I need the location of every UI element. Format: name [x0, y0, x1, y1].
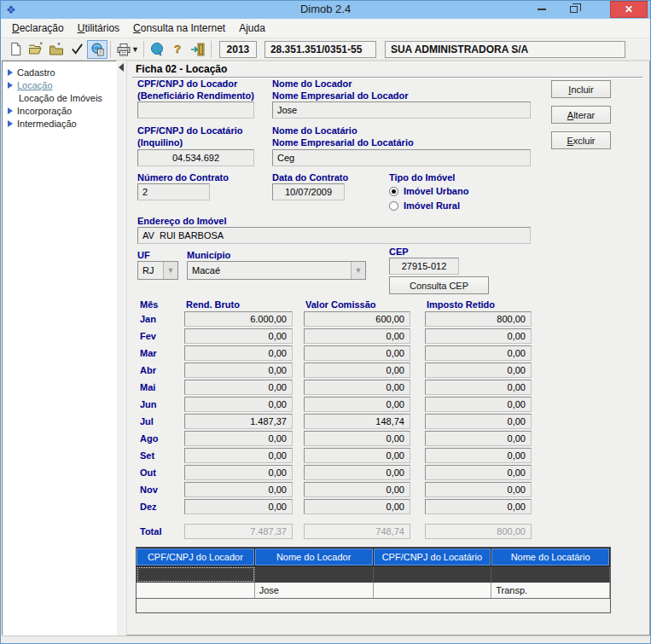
imposto-retido-input[interactable]: 0,00 [425, 448, 532, 463]
sidebar-item-incorporação[interactable]: Incorporação [3, 104, 116, 117]
help-question-icon[interactable]: ? [167, 40, 188, 59]
close-folder-icon[interactable] [46, 40, 67, 59]
locatario-cpf-input[interactable]: 04.534.692 [137, 149, 254, 166]
valor-comissao-input[interactable]: 0,00 [304, 465, 410, 480]
chevron-down-icon[interactable]: ▼ [163, 262, 177, 279]
exit-door-icon[interactable] [188, 40, 208, 59]
company-field[interactable]: SUA ADMINISTRADORA S/A [385, 41, 625, 58]
cnpj-field[interactable]: 28.351.351/0351-55 [264, 41, 376, 58]
arrow-right-icon [8, 120, 13, 127]
locatario-nome-input[interactable]: Ceg [272, 149, 531, 166]
imposto-retido-input[interactable]: 0,00 [425, 380, 532, 395]
grid-cell[interactable] [491, 566, 610, 583]
chevron-down-icon[interactable]: ▼ [351, 262, 365, 279]
valor-comissao-input[interactable]: 0,00 [304, 380, 410, 395]
rend-bruto-input[interactable]: 0,00 [184, 397, 293, 412]
consulta-cep-button[interactable]: Consulta CEP [389, 276, 489, 294]
grid-cell[interactable]: Jose [255, 583, 374, 598]
new-document-icon[interactable] [5, 40, 26, 59]
grid-cell[interactable] [374, 583, 492, 598]
rend-bruto-input[interactable]: 0,00 [184, 482, 293, 497]
imposto-retido-input[interactable]: 0,00 [425, 431, 532, 446]
sidebar-item-intermediação[interactable]: Intermediação [3, 117, 116, 130]
open-folder-icon[interactable] [26, 40, 46, 59]
valor-comissao-input[interactable]: 0,00 [304, 482, 410, 497]
grid-cell[interactable] [374, 566, 492, 583]
data-contrato-input[interactable]: 10/07/2009 [272, 183, 345, 200]
imposto-retido-input[interactable]: 0,00 [425, 465, 532, 480]
municipio-select[interactable]: Macaé ▼ [187, 261, 366, 280]
excluir-button[interactable]: Excluir [551, 131, 611, 149]
grid-header-cell[interactable]: CPF/CNPJ do Locador [137, 548, 254, 566]
rend-bruto-input[interactable]: 0,00 [184, 465, 293, 480]
imposto-retido-input[interactable]: 800,00 [425, 311, 532, 327]
imposto-retido-input[interactable]: 0,00 [425, 482, 532, 497]
grid-cell[interactable] [137, 583, 255, 598]
incluir-button[interactable]: Incluir [551, 80, 611, 98]
endereco-input[interactable]: AV RUI BARBOSA [137, 227, 531, 244]
menu-item-declaração[interactable]: Declaração [5, 20, 71, 36]
rend-bruto-input[interactable]: 0,00 [184, 499, 293, 514]
valor-comissao-input[interactable]: 0,00 [304, 345, 410, 361]
transmit-declaration-icon[interactable] [87, 40, 108, 59]
uf-select[interactable]: RJ ▼ [137, 261, 178, 280]
valor-comissao-input[interactable]: 0,00 [304, 328, 410, 344]
rend-bruto-input[interactable]: 0,00 [184, 448, 293, 463]
valor-comissao-input[interactable]: 148,74 [304, 414, 410, 429]
splitter[interactable] [117, 61, 126, 635]
valor-comissao-input[interactable]: 0,00 [304, 397, 410, 412]
alterar-button[interactable]: Alterar [551, 106, 611, 124]
locador-nome-input[interactable]: Jose [272, 102, 531, 119]
grid-header-cell[interactable]: Nome do Locatário [491, 548, 609, 566]
radio-button-icon[interactable] [389, 201, 398, 211]
grid-header-row: CPF/CNPJ do LocadorNome do LocadorCPF/CN… [137, 548, 610, 566]
rend-bruto-input[interactable]: 0,00 [184, 431, 293, 446]
numero-contrato-input[interactable]: 2 [137, 183, 210, 200]
imposto-retido-input[interactable]: 0,00 [425, 328, 532, 344]
grid-row-0[interactable] [137, 566, 610, 583]
imposto-retido-input[interactable]: 0,00 [425, 345, 532, 361]
valor-comissao-input[interactable]: 600,00 [304, 311, 410, 327]
rend-bruto-input[interactable]: 0,00 [184, 328, 293, 344]
imposto-retido-input[interactable]: 0,00 [425, 397, 532, 412]
grid-row-1[interactable]: JoseTransp. [137, 583, 610, 599]
valor-comissao-input[interactable]: 0,00 [304, 448, 410, 463]
internet-globe-icon[interactable] [147, 40, 167, 59]
menu-item-utilitários[interactable]: Utilitários [71, 20, 126, 36]
grid-header-cell[interactable]: Nome do Locador [255, 548, 373, 566]
rend-bruto-input[interactable]: 0,00 [184, 345, 293, 361]
imposto-retido-input[interactable]: 0,00 [425, 363, 532, 378]
grid-cell[interactable] [255, 566, 374, 583]
radio-imovel-urbano[interactable]: Imóvel Urbano [389, 186, 468, 196]
grid-header-cell[interactable]: CPF/CNPJ do Locatário [374, 548, 491, 566]
minimize-button[interactable] [529, 1, 555, 18]
menu-item-ajuda[interactable]: Ajuda [232, 20, 272, 36]
cep-input[interactable]: 27915-012 [389, 258, 459, 275]
printer-dropdown-caret[interactable]: ▼ [131, 45, 139, 54]
sidebar-item-locação[interactable]: Locação [3, 78, 116, 91]
rend-bruto-input[interactable]: 0,00 [184, 363, 293, 378]
grid-cell[interactable]: Transp. [491, 583, 610, 598]
valor-comissao-input[interactable]: 0,00 [304, 431, 410, 446]
imposto-retido-input[interactable]: 0,00 [425, 499, 532, 514]
sidebar-item-cadastro[interactable]: Cadastro [3, 66, 116, 78]
close-button[interactable]: ✕ [610, 1, 648, 18]
valor-comissao-input[interactable]: 0,00 [304, 499, 410, 514]
locador-cpf-input[interactable] [137, 102, 254, 119]
rend-bruto-input[interactable]: 6.000,00 [184, 311, 293, 327]
rend-bruto-input[interactable]: 0,00 [184, 380, 293, 395]
rend-bruto-input[interactable]: 1.487,37 [184, 414, 293, 429]
splitter-collapse-icon[interactable] [119, 63, 124, 72]
year-field[interactable]: 2013 [219, 41, 257, 58]
sidebar-item-locação-de-imóveis[interactable]: Locação de Imóveis [3, 91, 116, 104]
tipo-imovel-label: Tipo do Imóvel [389, 172, 455, 183]
imposto-retido-input[interactable]: 0,00 [425, 414, 532, 429]
check-icon[interactable] [67, 40, 87, 59]
valor-comissao-input[interactable]: 0,00 [304, 363, 410, 378]
restore-button[interactable] [560, 1, 587, 18]
menu-item-consulta-na-internet[interactable]: Consulta na Internet [126, 20, 232, 36]
radio-button-icon[interactable] [389, 187, 398, 196]
app-window: ❖ Dimob 2.4 ✕ DeclaraçãoUtilitáriosConsu… [0, 0, 651, 644]
grid-cell[interactable] [137, 566, 255, 583]
radio-imovel-rural[interactable]: Imóvel Rural [389, 200, 460, 211]
